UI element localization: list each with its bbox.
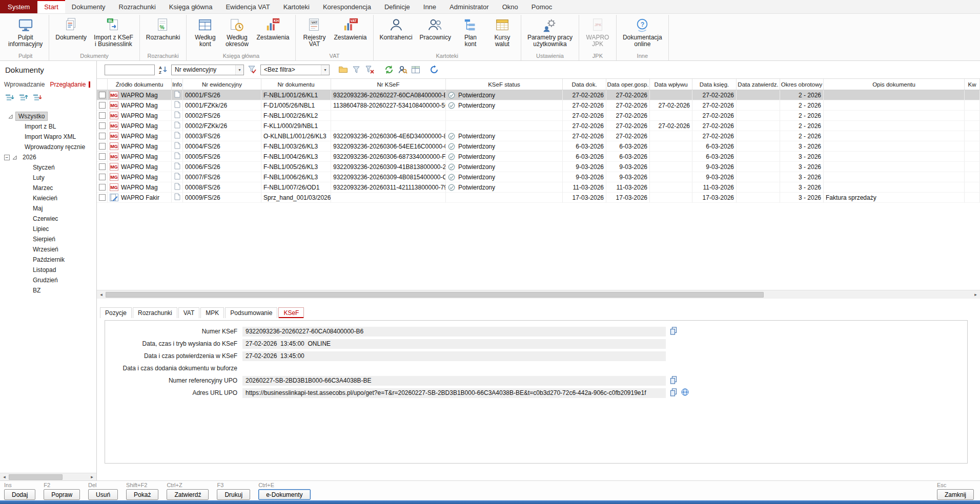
tree-item-wszystko[interactable]: Wszystko [0, 111, 96, 121]
tree-horizontal-scrollbar[interactable]: ◂ ▸ [0, 473, 96, 480]
table-row[interactable]: MGWAPRO Mag00001/FS/26F-NBL1/001/26/KL19… [97, 90, 980, 100]
detail-tab-vat[interactable]: VAT [178, 307, 200, 318]
menu-tab-dokumenty[interactable]: Dokumenty [65, 0, 112, 13]
ribbon-button-wed-ug-okres-w[interactable]: Wedługokresów [221, 15, 252, 49]
row-checkbox[interactable] [99, 92, 106, 98]
copy-icon[interactable] [670, 327, 677, 337]
ribbon-button-dokumentacja-online[interactable]: ?Dokumentacjaonline [620, 15, 665, 49]
system-menu-button[interactable]: System [0, 0, 37, 13]
column-header-nr_dok[interactable]: Nr dokumentu [261, 79, 331, 90]
popraw-button[interactable]: Popraw [44, 489, 80, 500]
detail-tab-mpk[interactable]: MPK [200, 307, 224, 318]
row-checkbox[interactable] [99, 163, 106, 170]
detail-tab-ksef[interactable]: KSeF [278, 307, 304, 318]
menu-tab-inne[interactable]: Inne [417, 0, 443, 13]
ribbon-button-dokumenty[interactable]: Dokumenty [52, 15, 90, 42]
tree-item-wprowadzony-r-cznie[interactable]: Wprowadzony ręcznie [0, 142, 96, 152]
ribbon-button-zestawienia[interactable]: VATZestawienia [331, 15, 370, 42]
document-info-icon[interactable] [174, 162, 180, 171]
row-checkbox[interactable] [99, 122, 106, 129]
scrollbar-thumb[interactable] [106, 292, 764, 298]
tree-item-import-z-bl[interactable]: Import z BL [0, 121, 96, 132]
scroll-right-icon[interactable]: ▸ [971, 292, 980, 297]
column-header-nr_ksef[interactable]: Nr KSeF [331, 79, 446, 90]
reload-icon[interactable] [429, 65, 439, 75]
refresh-icon[interactable] [384, 65, 394, 75]
tree-item-marzec[interactable]: Marzec [0, 183, 96, 193]
table-row[interactable]: MGWAPRO Mag00004/FS/26F-NBL1/003/26/KL39… [97, 141, 980, 152]
column-header-kw[interactable]: Kw [965, 79, 980, 90]
tree-item-luty[interactable]: Luty [0, 173, 96, 183]
row-checkbox[interactable] [99, 133, 106, 139]
refresh-tree-icon[interactable] [32, 92, 43, 102]
sort-az-icon[interactable]: AZ [158, 65, 168, 75]
document-info-icon[interactable] [174, 183, 180, 192]
detail-tab-pozycje[interactable]: Pozycje [100, 307, 132, 318]
copy-icon[interactable] [670, 388, 677, 398]
panel-tab-wprowadzanie[interactable]: Wprowadzanie [4, 81, 45, 88]
tree-item-grudzie[interactable]: Grudzień [0, 275, 96, 285]
row-checkbox[interactable] [99, 153, 106, 160]
scrollbar-thumb[interactable] [9, 474, 63, 480]
ribbon-button-rozrachunki[interactable]: %Rozrachunki [143, 15, 183, 42]
row-checkbox[interactable] [99, 102, 106, 109]
menu-tab-rozrachunki[interactable]: Rozrachunki [112, 0, 162, 13]
column-header-status[interactable]: KSeF status [446, 79, 563, 90]
document-info-icon[interactable] [174, 142, 180, 151]
ribbon-button-pracownicy[interactable]: Pracownicy [417, 15, 454, 42]
scrollbar-track[interactable] [9, 473, 88, 480]
table-row[interactable]: MGWAPRO Mag00003/FS/26O-KLNBL1/001/26/KL… [97, 131, 980, 141]
collapse-all-icon[interactable] [18, 92, 29, 102]
detail-tab-rozrachunki[interactable]: Rozrachunki [133, 307, 177, 318]
row-checkbox[interactable] [99, 194, 106, 201]
tree-item-import-wapro-xml[interactable]: Import Wapro XML [0, 132, 96, 142]
document-info-icon[interactable] [174, 193, 180, 202]
column-header-check[interactable] [97, 79, 108, 90]
dodaj-button[interactable]: Dodaj [4, 489, 35, 500]
ribbon-button-plan-kont[interactable]: Plankont [455, 15, 486, 49]
ribbon-button-parametry-pracy-u-ytkownika[interactable]: Parametry pracyużytkownika [524, 15, 576, 49]
filter-icon[interactable] [351, 65, 361, 75]
document-info-icon[interactable] [174, 91, 180, 99]
scroll-left-icon[interactable]: ◂ [0, 474, 9, 479]
table-row[interactable]: MGWAPRO Mag00002/FZKk/26F-KL1/000/29/NBL… [97, 121, 980, 131]
column-header-data_ksieg[interactable]: Data księg. [692, 79, 737, 90]
menu-tab-pomoc[interactable]: Pomoc [525, 0, 559, 13]
document-info-icon[interactable] [174, 152, 180, 161]
table-row[interactable]: MGWAPRO Mag00007/FS/26F-NBL1/006/26/KL39… [97, 172, 980, 182]
find-contractor-icon[interactable] [397, 65, 407, 75]
menu-tab-kartoteki[interactable]: Kartoteki [277, 0, 316, 13]
document-info-icon[interactable] [174, 101, 180, 110]
column-header-info[interactable]: Info [172, 79, 183, 90]
row-checkbox[interactable] [99, 112, 106, 119]
open-url-globe-icon[interactable] [681, 388, 689, 397]
ribbon-button-pulpit-informacyjny[interactable]: Pulpitinformacyjny [5, 15, 46, 49]
drukuj-button[interactable]: Drukuj [217, 489, 250, 500]
copy-icon[interactable] [670, 376, 677, 386]
menu-tab-okno[interactable]: Okno [496, 0, 525, 13]
zatwierd-button[interactable]: Zatwierdź [167, 489, 209, 500]
scroll-left-icon[interactable]: ◂ [97, 292, 106, 297]
table-row[interactable]: WAPRO Fakir00009/FS/26Sprz_hand_001/03/2… [97, 193, 980, 203]
ribbon-button-rejestry-vat[interactable]: VATRejestryVAT [299, 15, 330, 49]
menu-tab-korespondencja[interactable]: Korespondencja [316, 0, 378, 13]
ribbon-button-import-z-ksef-i-businesslink[interactable]: BLImport z KSeFi Businesslink [91, 15, 136, 49]
table-row[interactable]: MGWAPRO Mag00001/FZKk/26F-D1/005/26/NBL1… [97, 100, 980, 111]
ribbon-button-wed-ug-kont[interactable]: Wedługkont [190, 15, 220, 49]
column-header-data_dok[interactable]: Data dok. [563, 79, 606, 90]
folder-icon[interactable] [338, 65, 348, 75]
row-checkbox[interactable] [99, 143, 106, 150]
column-header-data_oper[interactable]: Data oper.gosp. [606, 79, 650, 90]
document-info-icon[interactable] [174, 132, 180, 140]
collapse-box-icon[interactable]: − [4, 155, 10, 160]
row-checkbox[interactable] [99, 174, 106, 180]
filter-confirm-icon[interactable] [247, 65, 257, 75]
filter-select[interactable]: <Bez filtra>▾ [260, 65, 330, 75]
tree-item-2026[interactable]: −2026 [0, 152, 96, 162]
column-header-nr_ewid[interactable]: Nr ewidencyjny [183, 79, 261, 90]
table-row[interactable]: MGWAPRO Mag00005/FS/26F-NBL1/004/26/KL39… [97, 152, 980, 162]
document-info-icon[interactable] [174, 121, 180, 130]
ribbon-button-kontrahenci[interactable]: Kontrahenci [377, 15, 416, 42]
tree-item-wrzesie[interactable]: Wrzesień [0, 244, 96, 255]
ribbon-button-kursy-walut[interactable]: Kursywalut [487, 15, 518, 49]
